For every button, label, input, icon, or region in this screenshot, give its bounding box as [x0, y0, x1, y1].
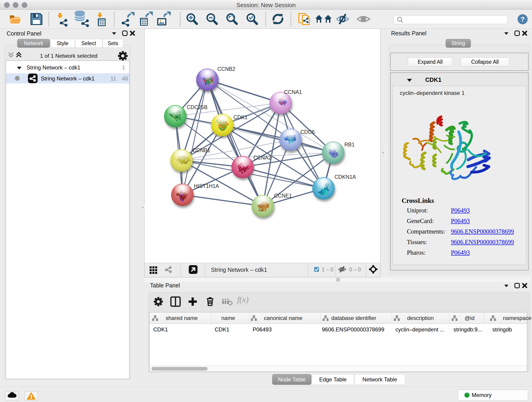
svg-text:?: ?	[520, 15, 525, 23]
svg-text:1 – 0: 1 – 0	[322, 267, 333, 273]
svg-text:0 – 0: 0 – 0	[349, 267, 361, 273]
